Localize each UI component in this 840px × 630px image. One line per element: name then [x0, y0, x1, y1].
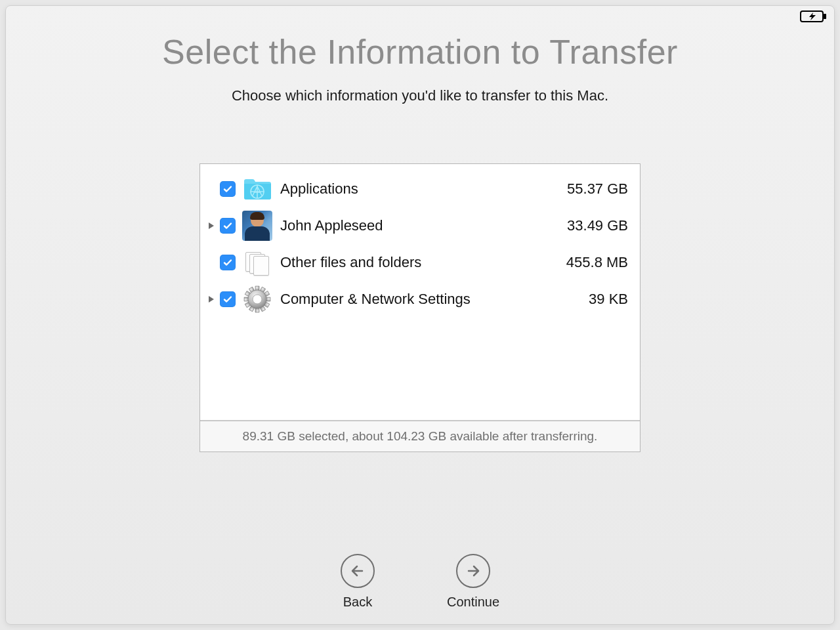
item-size: 455.8 MB [566, 254, 628, 271]
transfer-item-list: Applications 55.37 GB John Appleseed 33.… [200, 164, 640, 420]
item-size: 55.37 GB [567, 180, 628, 198]
item-label: Applications [280, 180, 567, 198]
list-item[interactable]: John Appleseed 33.49 GB [200, 207, 640, 244]
nav-buttons: Back Continue [6, 554, 834, 610]
item-label: Other files and folders [280, 254, 566, 271]
checkbox[interactable] [220, 218, 236, 234]
battery-charging-icon [800, 10, 828, 23]
disclosure-triangle-icon[interactable] [205, 295, 217, 303]
svg-point-4 [253, 295, 262, 304]
item-label: John Appleseed [280, 217, 567, 234]
item-label: Computer & Network Settings [280, 291, 589, 308]
list-item[interactable]: Applications 55.37 GB [200, 171, 640, 207]
back-button[interactable]: Back [341, 554, 375, 610]
back-label: Back [343, 595, 372, 610]
selection-summary: 89.31 GB selected, about 104.23 GB avail… [200, 420, 640, 452]
user-avatar-icon [242, 211, 272, 241]
list-item[interactable]: Other files and folders 455.8 MB [200, 244, 640, 281]
arrow-right-icon [456, 554, 490, 588]
page-title: Select the Information to Transfer [162, 32, 678, 72]
disclosure-triangle-icon[interactable] [205, 222, 217, 230]
documents-stack-icon [242, 247, 272, 278]
continue-label: Continue [447, 595, 499, 610]
checkbox[interactable] [220, 291, 236, 307]
transfer-selection-panel: Applications 55.37 GB John Appleseed 33.… [200, 163, 640, 452]
checkbox[interactable] [220, 181, 236, 197]
svg-rect-1 [824, 14, 826, 19]
arrow-left-icon [341, 554, 375, 588]
continue-button[interactable]: Continue [447, 554, 499, 610]
gear-icon [242, 284, 272, 314]
page-subtitle: Choose which information you'd like to t… [232, 87, 608, 104]
migration-assistant-window: Select the Information to Transfer Choos… [5, 5, 835, 625]
item-size: 39 KB [589, 291, 628, 308]
list-item[interactable]: Computer & Network Settings 39 KB [200, 281, 640, 318]
checkbox[interactable] [220, 255, 236, 270]
applications-folder-icon [242, 174, 272, 204]
item-size: 33.49 GB [567, 217, 628, 234]
